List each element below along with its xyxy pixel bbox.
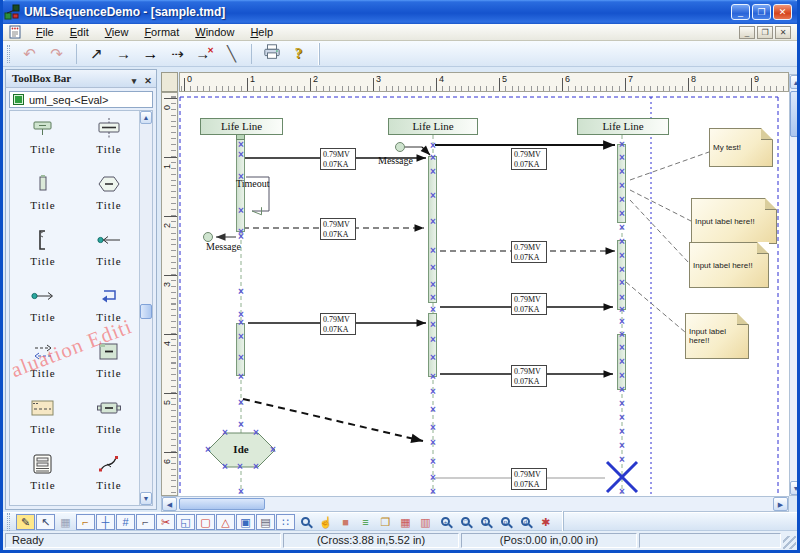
- menu-file[interactable]: File: [28, 25, 62, 39]
- tool-activation[interactable]: Title: [10, 169, 76, 225]
- toolbar-grip[interactable]: [7, 45, 10, 63]
- hscroll-thumb[interactable]: [179, 498, 265, 510]
- scroll-down-icon[interactable]: ▼: [790, 481, 800, 495]
- selection-handle[interactable]: ×: [238, 332, 244, 342]
- triangle-button[interactable]: △: [216, 514, 235, 530]
- note-connector[interactable]: [630, 200, 689, 263]
- selection-handle[interactable]: ×: [619, 278, 625, 288]
- edit-mode-button[interactable]: ✎: [16, 514, 35, 530]
- selection-handle[interactable]: ×: [430, 457, 436, 467]
- selection-handle[interactable]: ×: [238, 372, 244, 382]
- layers-button[interactable]: ≡: [356, 514, 375, 530]
- selection-handle[interactable]: ×: [619, 265, 625, 275]
- scroll-left-icon[interactable]: ◀: [162, 497, 177, 511]
- tool-found-message-left[interactable]: Title: [76, 225, 142, 281]
- minimize-button[interactable]: _: [731, 4, 750, 20]
- message-label-box[interactable]: 0.79MV0.07KA: [320, 218, 356, 240]
- association-arrow-button[interactable]: ↗: [83, 43, 110, 65]
- message-label-box[interactable]: 0.79MV0.07KA: [320, 313, 356, 335]
- diagram-canvas[interactable]: Life LineLife LineLife Line0.79MV0.07KA0…: [179, 92, 789, 496]
- note-connector[interactable]: [630, 190, 691, 221]
- selection-handle[interactable]: ×: [238, 398, 244, 408]
- selection-handle[interactable]: ×: [619, 317, 625, 327]
- selection-handle[interactable]: ×: [430, 438, 436, 448]
- selection-handle[interactable]: ×: [430, 246, 436, 256]
- selection-handle[interactable]: ×: [238, 150, 244, 160]
- zoom-page-button[interactable]: p: [496, 514, 515, 530]
- message-label-box[interactable]: 0.79MV0.07KA: [320, 148, 356, 170]
- async-message-arrow[interactable]: [243, 399, 423, 441]
- selection-handle[interactable]: ×: [619, 427, 625, 437]
- selection-handle[interactable]: ×: [619, 343, 625, 353]
- tool-note[interactable]: Title: [10, 393, 76, 449]
- toolbox-collapse-icon[interactable]: ▾: [128, 73, 140, 90]
- selection-handle[interactable]: ×: [619, 441, 625, 451]
- found-message-circle[interactable]: [203, 232, 213, 242]
- selection-handle[interactable]: ×: [619, 357, 625, 367]
- zoom-window-button[interactable]: □: [456, 514, 475, 530]
- selection-handle[interactable]: ×: [430, 320, 436, 330]
- note-shape[interactable]: Input label here!!: [689, 242, 769, 288]
- size-grid-button[interactable]: #: [116, 514, 135, 530]
- page-button[interactable]: ▤: [256, 514, 275, 530]
- selection-handle[interactable]: ×: [430, 293, 436, 303]
- title-bar[interactable]: UMLSequenceDemo - [sample.tmd] _❐✕: [0, 0, 800, 24]
- message-label-box[interactable]: 0.79MV0.07KA: [511, 148, 547, 170]
- toolbox-group-selector[interactable]: uml_seq-<Eval>: [9, 91, 153, 108]
- selection-handle[interactable]: ×: [619, 251, 625, 261]
- selection-handle[interactable]: ×: [619, 293, 625, 303]
- corner-align-button[interactable]: ⌐: [136, 514, 155, 530]
- pan-button[interactable]: ☝: [316, 514, 335, 530]
- close-button[interactable]: ✕: [773, 4, 792, 20]
- marquee-button[interactable]: ∷: [276, 514, 295, 530]
- menu-help[interactable]: Help: [242, 25, 281, 39]
- message-arrow-button[interactable]: →: [110, 43, 137, 65]
- pick-box-button[interactable]: ▣: [236, 514, 255, 530]
- selection-handle[interactable]: ×: [619, 167, 625, 177]
- selection-handle[interactable]: ×: [238, 353, 244, 363]
- snap-corner-button[interactable]: ⌐: [76, 514, 95, 530]
- lifeline-head-2[interactable]: Life Line: [388, 118, 478, 135]
- selection-handle[interactable]: ×: [430, 487, 436, 497]
- grid-red-button[interactable]: ▦: [396, 514, 415, 530]
- selection-handle[interactable]: ×: [619, 487, 625, 497]
- tool-curve[interactable]: Title: [76, 449, 142, 505]
- note-connector[interactable]: [626, 282, 685, 332]
- zoom-100-button[interactable]: 1: [476, 514, 495, 530]
- selection-handle[interactable]: ×: [430, 335, 436, 345]
- tool-found-message-right[interactable]: Title: [10, 281, 76, 337]
- selection-handle[interactable]: ×: [619, 330, 625, 340]
- diagram-text[interactable]: Message: [206, 241, 241, 252]
- selection-handle[interactable]: ×: [270, 445, 276, 455]
- grid-toggle-button[interactable]: ▦: [56, 514, 75, 530]
- lifeline-head-1[interactable]: Life Line: [200, 118, 283, 135]
- message-label-box[interactable]: 0.79MV0.07KA: [511, 365, 547, 387]
- selection-handle[interactable]: ×: [619, 305, 625, 315]
- canvas-horizontal-scrollbar[interactable]: ◀ ▶: [161, 496, 789, 512]
- selection-handle[interactable]: ×: [222, 462, 228, 472]
- red-select-button[interactable]: ▢: [196, 514, 215, 530]
- tool-object-box[interactable]: Title: [76, 393, 142, 449]
- selection-handle[interactable]: ×: [430, 167, 436, 177]
- selection-handle[interactable]: ×: [619, 140, 625, 150]
- found-message-circle[interactable]: [395, 142, 405, 152]
- selection-handle[interactable]: ×: [430, 141, 436, 151]
- note-shape[interactable]: Input label here!!: [685, 313, 749, 359]
- selection-handle[interactable]: ×: [430, 405, 436, 415]
- menu-window[interactable]: Window: [187, 25, 242, 39]
- toolbox-scroll-thumb[interactable]: [140, 304, 152, 319]
- undo-button[interactable]: ↶: [16, 43, 43, 65]
- note-shape[interactable]: My test!: [709, 128, 773, 167]
- selection-handle[interactable]: ×: [619, 399, 625, 409]
- diagonal-line-button[interactable]: ╲: [218, 43, 245, 65]
- menu-edit[interactable]: Edit: [62, 25, 97, 39]
- selection-handle[interactable]: ×: [430, 423, 436, 433]
- note-shape[interactable]: Input label here!!: [691, 198, 777, 244]
- scroll-up-icon[interactable]: ▲: [790, 75, 800, 89]
- scroll-up-icon[interactable]: ▲: [140, 111, 152, 124]
- selection-handle[interactable]: ×: [619, 455, 625, 465]
- toolbar-grip[interactable]: [7, 513, 10, 531]
- maximize-button[interactable]: ❐: [752, 4, 771, 20]
- tool-dashed-messages[interactable]: Title: [10, 337, 76, 393]
- selection-handle[interactable]: ×: [238, 318, 244, 328]
